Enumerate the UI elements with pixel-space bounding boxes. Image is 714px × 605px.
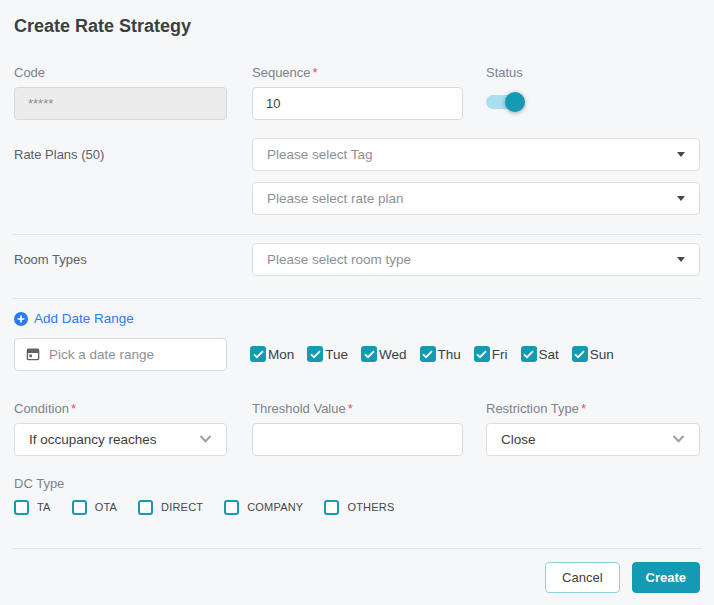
room-types-section: Room Types Please select room type bbox=[14, 243, 700, 276]
add-date-range-label: Add Date Range bbox=[34, 311, 134, 326]
checked-checkbox-icon bbox=[250, 346, 266, 362]
date-range-picker[interactable] bbox=[14, 338, 227, 371]
sequence-field[interactable] bbox=[252, 87, 463, 120]
condition-select[interactable]: If occupancy reaches bbox=[14, 423, 227, 456]
checked-checkbox-icon bbox=[474, 346, 490, 362]
code-label: Code bbox=[14, 65, 227, 80]
dc-checkbox-ota[interactable]: OTA bbox=[72, 500, 117, 515]
day-checkbox-wed[interactable]: Wed bbox=[361, 346, 407, 362]
checked-checkbox-icon bbox=[521, 346, 537, 362]
required-asterisk: * bbox=[71, 401, 76, 416]
dc-type-label: DC Type bbox=[14, 476, 700, 491]
day-checkbox-sun[interactable]: Sun bbox=[572, 346, 614, 362]
tag-select-placeholder: Please select Tag bbox=[267, 147, 373, 162]
form-footer: Cancel Create bbox=[14, 562, 700, 593]
create-rate-strategy-form: Create Rate Strategy Code Sequence* Stat… bbox=[0, 0, 714, 605]
condition-select-value: If occupancy reaches bbox=[29, 432, 157, 447]
condition-row: Condition* If occupancy reaches Threshol… bbox=[14, 401, 700, 456]
date-range-input[interactable] bbox=[49, 347, 215, 362]
row-code-sequence-status: Code Sequence* Status bbox=[14, 65, 700, 120]
required-asterisk: * bbox=[348, 401, 353, 416]
rate-plans-section: Rate Plans (50) Please select Tag Please… bbox=[14, 138, 700, 215]
restriction-type-select[interactable]: Close bbox=[486, 423, 700, 456]
divider bbox=[12, 548, 702, 549]
caret-down-icon bbox=[677, 196, 685, 201]
code-field bbox=[14, 87, 227, 120]
room-types-label: Room Types bbox=[14, 243, 252, 267]
status-label: Status bbox=[486, 65, 700, 80]
status-toggle-knob bbox=[505, 92, 525, 112]
weekday-checkboxes: Mon Tue Wed Thu Fri Sat bbox=[250, 346, 614, 362]
day-checkbox-tue[interactable]: Tue bbox=[307, 346, 348, 362]
chevron-down-icon bbox=[199, 435, 212, 443]
page-title: Create Rate Strategy bbox=[14, 16, 700, 37]
room-type-select[interactable]: Please select room type bbox=[252, 243, 700, 276]
restriction-type-label: Restriction Type* bbox=[486, 401, 700, 416]
condition-label: Condition* bbox=[14, 401, 227, 416]
tag-select[interactable]: Please select Tag bbox=[252, 138, 700, 171]
calendar-icon bbox=[26, 346, 40, 362]
checked-checkbox-icon bbox=[572, 346, 588, 362]
dc-type-options: TA OTA DIRECT COMPANY OTHERS bbox=[14, 500, 700, 515]
threshold-value-label: Threshold Value* bbox=[252, 401, 463, 416]
unchecked-checkbox-icon bbox=[138, 500, 153, 515]
checked-checkbox-icon bbox=[420, 346, 436, 362]
plus-circle-icon bbox=[14, 312, 28, 326]
unchecked-checkbox-icon bbox=[224, 500, 239, 515]
required-asterisk: * bbox=[313, 65, 318, 80]
status-toggle[interactable] bbox=[486, 95, 522, 109]
threshold-value-input[interactable] bbox=[252, 423, 463, 456]
day-checkbox-sat[interactable]: Sat bbox=[521, 346, 559, 362]
divider bbox=[12, 234, 702, 235]
unchecked-checkbox-icon bbox=[324, 500, 339, 515]
caret-down-icon bbox=[677, 257, 685, 262]
dc-checkbox-direct[interactable]: DIRECT bbox=[138, 500, 203, 515]
checked-checkbox-icon bbox=[307, 346, 323, 362]
rate-plan-select[interactable]: Please select rate plan bbox=[252, 182, 700, 215]
required-asterisk: * bbox=[581, 401, 586, 416]
sequence-label: Sequence* bbox=[252, 65, 463, 80]
room-type-select-placeholder: Please select room type bbox=[267, 252, 411, 267]
dc-checkbox-ta[interactable]: TA bbox=[14, 500, 51, 515]
caret-down-icon bbox=[677, 152, 685, 157]
day-checkbox-thu[interactable]: Thu bbox=[420, 346, 461, 362]
day-checkbox-mon[interactable]: Mon bbox=[250, 346, 294, 362]
checked-checkbox-icon bbox=[361, 346, 377, 362]
add-date-range-link[interactable]: Add Date Range bbox=[14, 311, 134, 326]
dc-checkbox-others[interactable]: OTHERS bbox=[324, 500, 394, 515]
unchecked-checkbox-icon bbox=[72, 500, 87, 515]
unchecked-checkbox-icon bbox=[14, 500, 29, 515]
dc-type-section: DC Type TA OTA DIRECT COMPANY OTHERS bbox=[14, 476, 700, 515]
chevron-down-icon bbox=[672, 435, 685, 443]
day-checkbox-fri[interactable]: Fri bbox=[474, 346, 508, 362]
dc-checkbox-company[interactable]: COMPANY bbox=[224, 500, 303, 515]
create-button[interactable]: Create bbox=[632, 562, 700, 593]
restriction-type-select-value: Close bbox=[501, 432, 536, 447]
date-days-row: Mon Tue Wed Thu Fri Sat bbox=[14, 338, 700, 371]
rate-plans-label: Rate Plans (50) bbox=[14, 138, 252, 162]
rate-plan-select-placeholder: Please select rate plan bbox=[267, 191, 404, 206]
cancel-button[interactable]: Cancel bbox=[545, 562, 619, 593]
